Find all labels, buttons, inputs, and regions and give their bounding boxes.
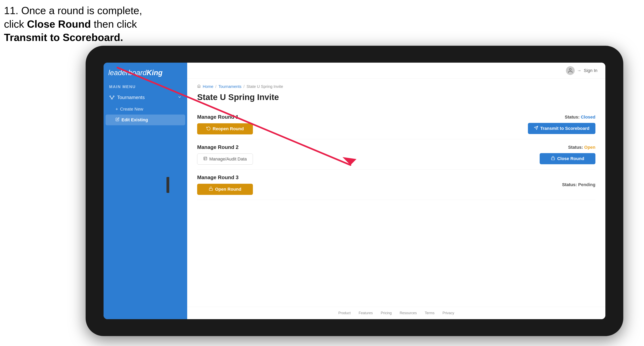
audit-icon [203, 157, 207, 162]
round-1-title: Manage Round 1 [197, 114, 253, 120]
nav-item-tournaments-left: Tournaments [109, 95, 145, 100]
breadcrumb-current: State U Spring Invite [246, 84, 283, 89]
sidebar-item-edit-existing[interactable]: Edit Existing [106, 115, 185, 125]
instruction-line1: 11. Once a round is complete, [4, 5, 142, 16]
round-1-status: Status: Closed [565, 115, 596, 120]
sidebar-tournaments-label: Tournaments [117, 95, 145, 100]
instruction-bold2: Transmit to Scoreboard. [4, 32, 123, 43]
top-bar: → Sign In [187, 63, 605, 79]
round-2-title: Manage Round 2 [197, 144, 253, 150]
round-1-left: Manage Round 1 Reopen Round [197, 114, 253, 134]
footer-link-features[interactable]: Features [359, 311, 373, 315]
trophy-icon [109, 95, 115, 100]
open-round-button[interactable]: Open Round [197, 184, 253, 195]
sign-in-label: Sign In [584, 68, 598, 73]
svg-rect-10 [552, 158, 555, 160]
round-1-status-value: Closed [581, 115, 596, 120]
main-content: → Sign In Home / Tournaments [187, 63, 605, 319]
reopen-round-button[interactable]: Reopen Round [197, 123, 253, 134]
tablet-side-button [166, 177, 169, 193]
round-1-section: Manage Round 1 Reopen Round [197, 109, 596, 139]
sidebar-sub-menu: + Create New Edit Existing [104, 104, 187, 125]
tablet-device: leaderboardKing MAIN MENU [86, 46, 623, 336]
round-3-status-value: Pending [578, 182, 596, 187]
logo-king: King [146, 69, 162, 77]
breadcrumb-tournaments-link[interactable]: Tournaments [218, 84, 242, 89]
edit-icon [116, 117, 120, 123]
plus-icon: + [116, 107, 118, 112]
close-round-label: Close Round [557, 156, 584, 161]
manage-audit-data-label: Manage/Audit Data [209, 157, 247, 162]
close-round-icon [551, 156, 555, 162]
breadcrumb-home-link[interactable]: Home [203, 84, 213, 89]
chevron-down-icon [178, 95, 182, 100]
reopen-icon [206, 126, 211, 132]
sidebar-item-create-new[interactable]: + Create New [104, 104, 187, 115]
manage-audit-data-button[interactable]: Manage/Audit Data [197, 154, 253, 165]
transmit-icon [534, 126, 538, 131]
sidebar-item-tournaments[interactable]: Tournaments [104, 91, 187, 104]
instruction-bold1: Close Round [27, 18, 91, 30]
open-round-icon [209, 186, 213, 192]
logo-area: leaderboardKing [104, 63, 187, 81]
main-menu-label: MAIN MENU [104, 81, 187, 91]
round-2-status-value: Open [584, 145, 596, 150]
round-3-right: Status: Pending [562, 182, 596, 187]
breadcrumb-sep2: / [244, 84, 245, 89]
sign-in-area[interactable]: → Sign In [566, 66, 598, 75]
footer: Product Features Pricing Resources Terms… [187, 307, 605, 319]
sidebar: leaderboardKing MAIN MENU [104, 63, 187, 319]
round-2-right: Status: Open Close Round [540, 145, 596, 164]
breadcrumb-sep1: / [215, 84, 216, 89]
reopen-round-label: Reopen Round [213, 126, 244, 132]
close-round-button[interactable]: Close Round [540, 153, 596, 164]
round-3-status: Status: Pending [562, 182, 596, 187]
svg-rect-7 [204, 157, 207, 160]
breadcrumb-home-icon [197, 84, 201, 89]
footer-link-product[interactable]: Product [338, 311, 351, 315]
transmit-to-scoreboard-button[interactable]: Transmit to Scoreboard [528, 123, 596, 134]
open-round-label: Open Round [215, 187, 241, 192]
round-3-title: Manage Round 3 [197, 174, 253, 180]
footer-link-resources[interactable]: Resources [400, 311, 417, 315]
round-1-right: Status: Closed Transmit to Scoreboard [528, 115, 596, 134]
sign-in-arrow-icon: → [577, 68, 582, 73]
tablet-screen: leaderboardKing MAIN MENU [104, 63, 605, 319]
footer-link-terms[interactable]: Terms [425, 311, 434, 315]
edit-existing-label: Edit Existing [122, 117, 148, 123]
transmit-to-scoreboard-label: Transmit to Scoreboard [540, 126, 590, 131]
breadcrumb: Home / Tournaments / State U Spring Invi… [197, 84, 596, 89]
round-3-left: Manage Round 3 Open Round [197, 174, 253, 195]
svg-rect-11 [209, 188, 213, 190]
round-2-left: Manage Round 2 Manage/Audit Data [197, 144, 253, 165]
instruction-block: 11. Once a round is complete, click Clos… [4, 4, 142, 44]
svg-point-4 [569, 69, 571, 70]
round-2-status: Status: Open [568, 145, 596, 150]
footer-link-pricing[interactable]: Pricing [381, 311, 392, 315]
page-title: State U Spring Invite [197, 92, 596, 102]
create-new-label: Create New [120, 107, 143, 112]
content-area: Home / Tournaments / State U Spring Invi… [187, 79, 605, 307]
logo: leaderboardKing [108, 69, 162, 77]
avatar [566, 66, 575, 75]
instruction-line3: then click [91, 18, 137, 30]
footer-link-privacy[interactable]: Privacy [442, 311, 454, 315]
round-3-section: Manage Round 3 Open Round [197, 170, 596, 200]
round-2-section: Manage Round 2 Manage/Audit Data [197, 139, 596, 170]
instruction-line2: click [4, 18, 27, 30]
logo-leader: leaderboard [108, 69, 146, 77]
